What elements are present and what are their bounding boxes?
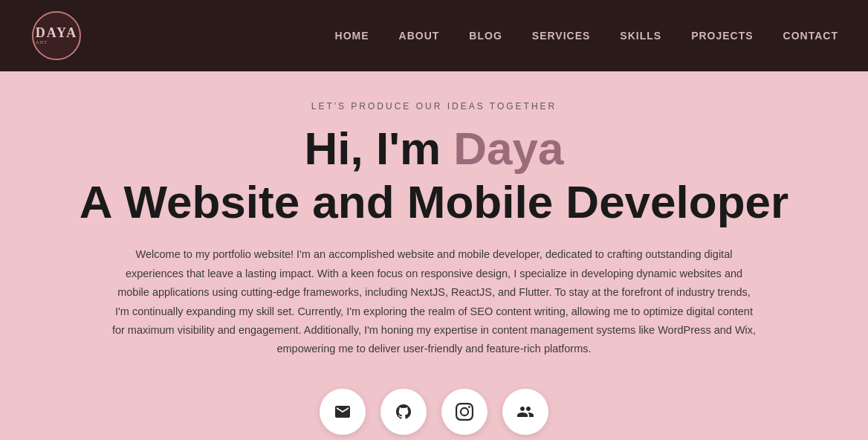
hero-headline: Hi, I'm Daya	[305, 123, 564, 174]
nav-contact[interactable]: CONTACT	[783, 30, 838, 42]
nav-services[interactable]: SERVICES	[532, 30, 591, 42]
logo-sub: ART	[36, 39, 78, 45]
hero-section: LET'S PRODUCE OUR IDEAS TOGETHER Hi, I'm…	[0, 71, 868, 440]
logo-text: DAYA	[36, 26, 78, 39]
nav-projects[interactable]: PROJECTS	[691, 30, 753, 42]
email-button[interactable]	[320, 389, 366, 435]
nav-skills[interactable]: SKILLS	[620, 30, 661, 42]
logo[interactable]: DAYA ART	[30, 9, 83, 62]
nav-links: HOME ABOUT BLOG SERVICES SKILLS PROJECTS…	[335, 29, 838, 42]
social-buttons	[320, 389, 548, 435]
nav-blog[interactable]: BLOG	[469, 30, 502, 42]
navbar: DAYA ART HOME ABOUT BLOG SERVICES SKILLS…	[0, 0, 868, 71]
hero-subheadline: A Website and Mobile Developer	[80, 177, 788, 227]
hero-bio: Welcome to my portfolio website! I'm an …	[111, 245, 757, 358]
github-button[interactable]	[380, 389, 427, 435]
linkedin-icon	[516, 403, 534, 421]
github-icon	[395, 403, 412, 421]
nav-about[interactable]: ABOUT	[399, 30, 440, 42]
headline-prefix: Hi, I'm	[305, 123, 454, 174]
instagram-icon	[456, 403, 473, 421]
instagram-button[interactable]	[441, 389, 488, 435]
nav-home[interactable]: HOME	[335, 30, 369, 42]
hero-tagline: LET'S PRODUCE OUR IDEAS TOGETHER	[311, 101, 557, 111]
linkedin-button[interactable]	[502, 389, 548, 435]
email-icon	[334, 403, 352, 421]
headline-name: Daya	[453, 123, 563, 174]
